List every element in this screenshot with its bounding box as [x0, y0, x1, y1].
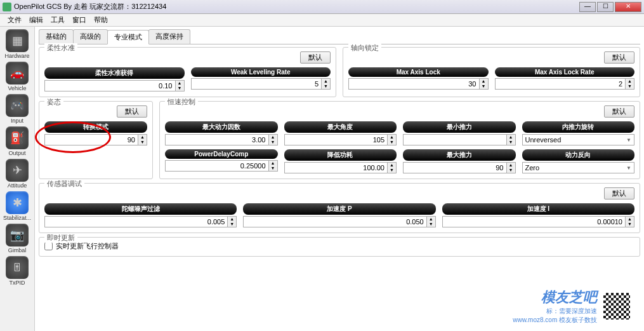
- menu-tools[interactable]: 工具: [47, 14, 69, 26]
- sidebar-item-input[interactable]: 🎮Input: [1, 94, 33, 124]
- label-max-angle: 最大角度: [284, 121, 397, 133]
- weak-rate-stepper[interactable]: ▲▼: [191, 78, 331, 90]
- power-reverse-select[interactable]: Zero▼: [522, 162, 635, 173]
- menu-bar: 文件 编辑 工具 窗口 帮助: [0, 14, 644, 27]
- realtime-update-label: 实时更新飞行控制器: [56, 241, 119, 251]
- default-button-posture[interactable]: 默认: [117, 105, 147, 118]
- label-flex-gain: 柔性水准获得: [44, 67, 185, 79]
- label-inner-thrust-rotation: 内推力旋转: [522, 121, 635, 133]
- label-conversion-mode: 转换模式: [44, 121, 147, 133]
- label-weak-rate: Weak Leveling Rate: [191, 67, 331, 77]
- title-bar: OpenPilot GCS By 走着 玩家交流群：312212434 — ☐ …: [0, 0, 644, 14]
- sidebar-item-hardware[interactable]: ▦Hardware: [1, 29, 33, 59]
- up-arrow-icon: ▲: [176, 81, 184, 86]
- label-max-power-factor: 最大动力因数: [165, 121, 278, 133]
- sliders-icon: 🎚: [6, 256, 29, 279]
- sidebar: ▦Hardware 🚗Vehicle 🎮Input ⛽Output ✈Attit…: [0, 27, 35, 331]
- camera-icon: 📷: [6, 224, 29, 247]
- group-sensor-debug: 传感器调试 默认 陀螺噪声过滤 ▲▼ 加速度 P ▲▼ 加速度 I ▲▼: [39, 183, 640, 233]
- label-max-axis-lock: Max Axis Lock: [348, 67, 489, 77]
- menu-edit[interactable]: 编辑: [25, 14, 47, 26]
- default-button-sensor[interactable]: 默认: [604, 187, 634, 199]
- label-max-thrust: 最大推力: [403, 149, 516, 161]
- label-power-reverse: 动力反向: [522, 149, 635, 161]
- servo-icon: ⛽: [6, 126, 29, 149]
- label-power-delay-comp: PowerDelayComp: [165, 149, 278, 159]
- label-max-axis-rate: Max Axis Lock Rate: [495, 67, 635, 77]
- group-posture: 姿态 默认 转换模式 ▲▼: [39, 101, 153, 179]
- menu-help[interactable]: 帮助: [90, 14, 112, 26]
- min-thrust-stepper[interactable]: ▲▼: [403, 134, 516, 145]
- group-flex-level: 柔性水准 默认 柔性水准获得 ▲▼ Weak Leveling Rate ▲▼: [39, 47, 336, 97]
- group-realtime-update: 即时更新 实时更新飞行控制器: [39, 237, 640, 257]
- max-axis-lock-stepper[interactable]: ▲▼: [348, 78, 489, 90]
- group-axis-lock: 轴向锁定 默认 Max Axis Lock ▲▼ Max Axis Lock R…: [343, 47, 640, 97]
- sidebar-item-gimbal[interactable]: 📷Gimbal: [1, 224, 33, 253]
- tab-bar: 基础的 高级的 专业模式 高度保持: [39, 29, 640, 44]
- attitude-icon: ✈: [6, 159, 29, 182]
- close-button[interactable]: ✕: [615, 2, 641, 12]
- default-button-axislock[interactable]: 默认: [604, 51, 634, 64]
- accel-p-stepper[interactable]: ▲▼: [243, 216, 435, 227]
- sidebar-item-attitude[interactable]: ✈Attitude: [1, 159, 33, 189]
- watermark-logo: 模友芝吧: [513, 288, 597, 307]
- chip-icon: ▦: [6, 29, 29, 52]
- window-title: OpenPilot GCS By 走着 玩家交流群：312212434: [14, 2, 166, 11]
- chevron-down-icon: ▼: [626, 137, 631, 143]
- maximize-button[interactable]: ☐: [597, 2, 614, 12]
- default-button-flex[interactable]: 默认: [300, 51, 331, 64]
- conversion-mode-stepper[interactable]: ▲▼: [44, 134, 147, 145]
- tab-basic[interactable]: 基础的: [39, 29, 74, 44]
- reduce-power-stepper[interactable]: ▲▼: [284, 162, 397, 173]
- minimize-button[interactable]: —: [579, 2, 596, 12]
- default-button-speed[interactable]: 默认: [604, 105, 634, 118]
- controller-icon: 🎮: [6, 94, 29, 117]
- realtime-update-checkbox[interactable]: [44, 242, 53, 250]
- sidebar-item-txpid[interactable]: 🎚TxPID: [1, 256, 33, 286]
- label-accel-i: 加速度 I: [442, 203, 634, 215]
- vehicle-icon: 🚗: [6, 62, 29, 84]
- sidebar-item-vehicle[interactable]: 🚗Vehicle: [1, 62, 33, 91]
- chevron-down-icon: ▼: [626, 165, 631, 171]
- app-icon: [3, 3, 11, 11]
- qr-code-icon: [602, 292, 631, 321]
- tab-advanced[interactable]: 高级的: [73, 29, 108, 44]
- max-angle-stepper[interactable]: ▲▼: [284, 134, 397, 145]
- group-speed-control: 恒速控制 默认 最大动力因数 ▲▼ 最大角度 ▲▼ 最小推力 ▲▼ 内推力旋转 …: [159, 101, 640, 179]
- inner-thrust-rotation-select[interactable]: Unreversed▼: [522, 134, 635, 145]
- down-arrow-icon: ▼: [176, 86, 184, 91]
- tab-expert[interactable]: 专业模式: [107, 30, 149, 44]
- atom-icon: ✱: [6, 191, 29, 214]
- label-gyro-noise-filter: 陀螺噪声过滤: [44, 203, 237, 215]
- watermark: 模友芝吧 标：需要深度加速 www.moz8.com 模友板子数技: [513, 288, 631, 325]
- accel-i-stepper[interactable]: ▲▼: [442, 216, 634, 227]
- label-reduce-power: 降低功耗: [284, 149, 397, 161]
- label-min-thrust: 最小推力: [403, 121, 516, 133]
- power-delay-comp-stepper[interactable]: ▲▼: [165, 160, 278, 172]
- max-axis-rate-stepper[interactable]: ▲▼: [495, 78, 635, 90]
- sidebar-item-output[interactable]: ⛽Output: [1, 126, 33, 156]
- menu-window[interactable]: 窗口: [69, 14, 90, 26]
- menu-file[interactable]: 文件: [4, 14, 25, 26]
- label-accel-p: 加速度 P: [243, 203, 435, 215]
- main-panel: 基础的 高级的 专业模式 高度保持 柔性水准 默认 柔性水准获得 ▲▼ Weak…: [35, 27, 644, 331]
- tab-altitude[interactable]: 高度保持: [148, 29, 190, 44]
- sidebar-item-stabilization[interactable]: ✱Stabilizat...: [1, 191, 33, 221]
- max-power-factor-stepper[interactable]: ▲▼: [165, 134, 278, 145]
- gyro-noise-filter-stepper[interactable]: ▲▼: [44, 216, 237, 227]
- flex-gain-stepper[interactable]: ▲▼: [44, 80, 185, 91]
- max-thrust-stepper[interactable]: ▲▼: [403, 162, 516, 173]
